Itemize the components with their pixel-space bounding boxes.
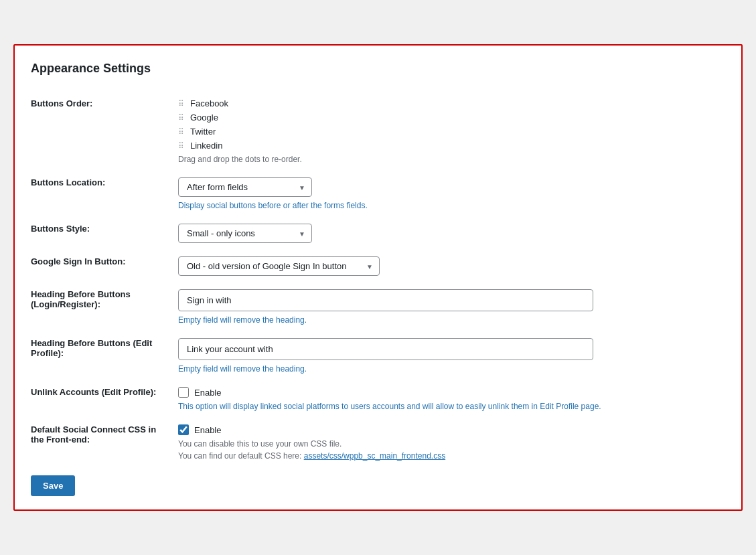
default-css-checkbox[interactable]: [178, 424, 189, 435]
drag-handle-twitter-icon[interactable]: ⠿: [178, 127, 185, 137]
default-css-content: Enable You can disable this to use your …: [178, 418, 725, 467]
drag-item-linkedin[interactable]: ⠿ Linkedin: [178, 141, 720, 151]
heading-edit-label-line2: Profile):: [31, 348, 64, 358]
heading-edit-input[interactable]: [178, 338, 593, 360]
drag-item-google[interactable]: ⠿ Google: [178, 112, 720, 123]
heading-edit-label-line1: Heading Before Buttons (Edit: [31, 338, 152, 348]
default-css-label: Default Social Connect CSS in the Front-…: [31, 418, 178, 467]
drag-handle-linkedin-icon[interactable]: ⠿: [178, 141, 185, 151]
default-css-label-line2: the Front-end:: [31, 434, 90, 445]
buttons-location-label: Buttons Location:: [31, 171, 178, 217]
default-css-desc1: You can disable this to use your own CSS…: [178, 439, 720, 449]
heading-login-label-line1: Heading Before Buttons: [31, 289, 131, 299]
default-css-checkbox-row: Enable: [178, 424, 720, 435]
unlink-accounts-checkbox-row: Enable: [178, 387, 720, 398]
google-sign-in-label: Google Sign In Button:: [31, 250, 178, 283]
heading-login-label-line2: (Login/Register):: [31, 299, 100, 309]
heading-login-row: Heading Before Buttons (Login/Register):…: [31, 283, 725, 331]
heading-login-input[interactable]: [178, 289, 593, 311]
heading-login-hint: Empty field will remove the heading.: [178, 315, 720, 325]
google-sign-in-row: Google Sign In Button: Old - old version…: [31, 250, 725, 283]
unlink-accounts-row: Unlink Accounts (Edit Profile): Enable T…: [31, 380, 725, 418]
google-sign-in-select[interactable]: Old - old version of Google Sign In butt…: [178, 256, 380, 276]
default-css-label-line1: Default Social Connect CSS in: [31, 424, 156, 434]
drag-label-google: Google: [190, 112, 218, 123]
appearance-settings-panel: Appearance Settings Buttons Order: ⠿ Fac…: [13, 44, 743, 511]
heading-login-content: Empty field will remove the heading.: [178, 283, 725, 331]
unlink-accounts-desc: This option will display linked social p…: [178, 402, 714, 411]
buttons-location-row: Buttons Location: After form fields Befo…: [31, 171, 725, 217]
default-css-desc2-text: You can find our default CSS here:: [178, 451, 301, 461]
buttons-location-content: After form fields Before form fields ▼ D…: [178, 171, 725, 217]
default-css-checkbox-label[interactable]: Enable: [194, 425, 221, 435]
buttons-location-select-wrapper: After form fields Before form fields ▼: [178, 177, 312, 197]
drag-label-twitter: Twitter: [190, 127, 216, 137]
drag-item-facebook[interactable]: ⠿ Facebook: [178, 98, 720, 108]
heading-edit-row: Heading Before Buttons (Edit Profile): E…: [31, 331, 725, 380]
buttons-style-select[interactable]: Small - only icons Large - with text Med…: [178, 224, 312, 243]
drag-item-twitter[interactable]: ⠿ Twitter: [178, 127, 720, 137]
heading-edit-hint: Empty field will remove the heading.: [178, 364, 720, 374]
drag-handle-facebook-icon[interactable]: ⠿: [178, 99, 185, 108]
buttons-style-select-wrapper: Small - only icons Large - with text Med…: [178, 224, 312, 243]
drag-label-linkedin: Linkedin: [190, 141, 222, 151]
buttons-style-content: Small - only icons Large - with text Med…: [178, 217, 725, 250]
heading-login-label: Heading Before Buttons (Login/Register):: [31, 283, 178, 331]
page-title: Appearance Settings: [31, 62, 725, 76]
buttons-order-row: Buttons Order: ⠿ Facebook ⠿ Google ⠿ Twi…: [31, 92, 725, 171]
google-sign-in-content: Old - old version of Google Sign In butt…: [178, 250, 725, 283]
css-file-link[interactable]: assets/css/wppb_sc_main_frontend.css: [304, 451, 445, 461]
google-sign-in-select-wrapper: Old - old version of Google Sign In butt…: [178, 256, 380, 276]
unlink-accounts-checkbox-label[interactable]: Enable: [194, 388, 221, 398]
unlink-accounts-content: Enable This option will display linked s…: [178, 380, 725, 418]
buttons-order-label: Buttons Order:: [31, 92, 178, 171]
drag-label-facebook: Facebook: [190, 98, 228, 108]
default-css-row: Default Social Connect CSS in the Front-…: [31, 418, 725, 467]
buttons-location-select[interactable]: After form fields Before form fields: [178, 177, 312, 197]
buttons-location-hint: Display social buttons before or after t…: [178, 201, 720, 210]
default-css-desc2: You can find our default CSS here: asset…: [178, 451, 720, 461]
drag-hint: Drag and drop the dots to re-order.: [178, 155, 720, 164]
unlink-accounts-label: Unlink Accounts (Edit Profile):: [31, 380, 178, 418]
heading-edit-content: Empty field will remove the heading.: [178, 331, 725, 380]
buttons-order-content: ⠿ Facebook ⠿ Google ⠿ Twitter ⠿ Linkedin…: [178, 92, 725, 171]
settings-table: Buttons Order: ⠿ Facebook ⠿ Google ⠿ Twi…: [31, 92, 725, 467]
drag-handle-google-icon[interactable]: ⠿: [178, 113, 185, 123]
heading-edit-label: Heading Before Buttons (Edit Profile):: [31, 331, 178, 380]
buttons-style-label: Buttons Style:: [31, 217, 178, 250]
save-button[interactable]: Save: [31, 475, 75, 496]
buttons-style-row: Buttons Style: Small - only icons Large …: [31, 217, 725, 250]
unlink-accounts-checkbox[interactable]: [178, 387, 189, 398]
